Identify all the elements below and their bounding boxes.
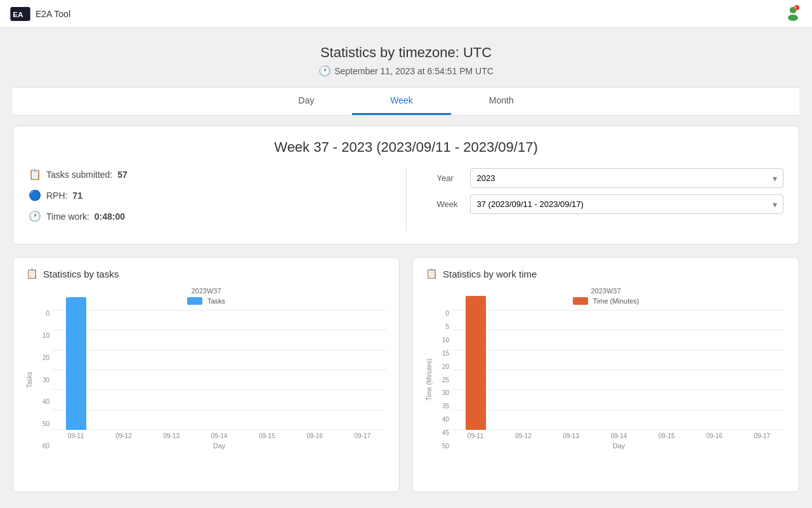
rph-label: RPH: 71 [46,190,82,201]
tab-day[interactable]: Day [260,88,352,115]
header-section: Statistics by timezone: UTC 🕐 September … [13,38,799,87]
worktime-bar [466,296,486,430]
clock-icon: 🕐 [318,65,331,77]
main-content: Statistics by timezone: UTC 🕐 September … [0,28,812,502]
tasks-chart-card: 📋 Statistics by tasks 2023W37 Tasks Task… [13,257,400,492]
tasks-period-label: 2023W37 [26,287,386,295]
tasks-x-label: 09-13 [148,432,195,439]
worktime-chart-card: 📋 Statistics by work time 2023W37 Time (… [412,257,799,492]
task-bar [66,297,86,430]
tasks-y-axis: 60 50 40 30 20 10 0 [34,310,52,450]
worktime-chart-title: 📋 Statistics by work time [426,268,786,279]
worktime-chart-container: 2023W37 Time (Minutes) Time (Minutes) 50… [426,287,786,484]
timework-label: Time work: 0:48:00 [46,211,125,222]
rph-icon: 🔵 [29,189,41,201]
week-title: Week 37 - 2023 (2023/09/11 - 2023/09/17) [29,139,783,156]
svg-text:!: ! [795,6,796,10]
worktime-chart-plot [452,310,786,430]
week-select[interactable]: 37 (2023/09/11 - 2023/09/17) [470,194,784,214]
subtitle-text: September 11, 2023 at 6:54:51 PM UTC [334,66,494,76]
tasks-chart-plot [52,310,386,430]
tab-bar: Day Week Month [13,87,799,116]
app-title: E2A Tool [36,9,70,19]
rph-row: 🔵 RPH: 71 [29,189,376,201]
subtitle: 🕐 September 11, 2023 at 6:54:51 PM UTC [13,65,799,77]
tasks-submitted-row: 📋 Tasks submitted: 57 [29,168,376,180]
stats-left: 📋 Tasks submitted: 57 🔵 RPH: 71 🕐 [29,168,391,231]
tasks-chart-icon: 📋 [26,268,38,279]
charts-row: 📋 Statistics by tasks 2023W37 Tasks Task… [13,257,799,492]
tasks-bars [52,310,386,430]
stats-card: Week 37 - 2023 (2023/09/11 - 2023/09/17)… [13,126,799,244]
worktime-bars [452,310,786,430]
tasks-icon: 📋 [29,168,41,180]
user-icon[interactable]: ! [784,4,802,22]
tab-month[interactable]: Month [451,88,552,115]
worktime-bar-group [452,296,499,430]
worktime-x-label: 09-15 [643,432,690,439]
worktime-x-label: 09-11 [452,432,499,439]
ea-logo: EA [10,7,30,21]
tasks-x-axis: 09-1109-1209-1309-1409-1509-1609-17 [52,432,386,439]
worktime-x-axis: 09-1109-1209-1309-1409-1509-1609-17 [452,432,786,439]
tasks-x-label: 09-11 [52,432,100,439]
svg-point-4 [788,15,798,21]
tasks-chart-axes: Tasks 60 50 40 30 20 10 0 [26,310,386,450]
tasks-legend-color [187,297,202,305]
tasks-x-title: Day [52,442,386,450]
worktime-chart-icon: 📋 [426,268,438,279]
stats-right: Year 2023 Week 37 (2023/09/11 - 2023/09/… [422,168,784,231]
task-bar-group [52,297,100,430]
timework-row: 🕐 Time work: 0:48:00 [29,210,376,222]
worktime-y-axis: 50 45 40 35 30 25 20 15 10 5 0 [434,310,452,450]
logo-area: EA E2A Tool [10,7,70,21]
worktime-chart-axes: Time (Minutes) 50 45 40 35 30 25 20 15 1… [426,310,786,450]
worktime-x-label: 09-14 [595,432,643,439]
tasks-x-label: 09-12 [100,432,147,439]
top-bar: EA E2A Tool ! [0,0,812,28]
user-area[interactable]: ! [784,4,802,23]
tasks-chart-title: 📋 Statistics by tasks [26,268,386,279]
tasks-x-label: 09-15 [243,432,291,439]
worktime-legend-color [573,297,588,305]
tasks-chart-plot-area: 09-1109-1209-1309-1409-1509-1609-17 Day [52,310,386,450]
worktime-x-label: 09-13 [547,432,595,439]
year-select-wrapper[interactable]: 2023 [470,168,784,188]
stat-divider [406,168,407,231]
year-select[interactable]: 2023 [470,168,784,188]
worktime-x-label: 09-17 [738,432,786,439]
week-label: Week [437,199,462,209]
tasks-x-label: 09-17 [339,432,386,439]
worktime-chart-plot-area: 09-1109-1209-1309-1409-1509-1609-17 Day [452,310,786,450]
week-select-wrapper[interactable]: 37 (2023/09/11 - 2023/09/17) [470,194,784,214]
tasks-x-label: 09-14 [195,432,243,439]
year-label: Year [437,173,462,183]
tasks-y-label: Tasks [26,310,33,450]
page-title: Statistics by timezone: UTC [13,44,799,61]
worktime-x-label: 09-16 [690,432,738,439]
svg-text:EA: EA [13,10,23,18]
tasks-chart-container: 2023W37 Tasks Tasks 60 50 40 30 20 10 0 [26,287,386,484]
week-row: Week 37 (2023/09/11 - 2023/09/17) [437,194,784,214]
tasks-legend-label: Tasks [207,297,225,305]
tasks-label: Tasks submitted: 57 [46,170,128,180]
worktime-period-label: 2023W37 [426,287,786,295]
worktime-x-title: Day [452,442,786,450]
tab-week[interactable]: Week [352,88,451,115]
stats-body: 📋 Tasks submitted: 57 🔵 RPH: 71 🕐 [29,168,783,231]
timework-icon: 🕐 [29,210,41,222]
tasks-x-label: 09-16 [291,432,338,439]
year-row: Year 2023 [437,168,784,188]
worktime-legend-label: Time (Minutes) [593,297,639,305]
worktime-y-label: Time (Minutes) [426,310,433,450]
worktime-x-label: 09-12 [499,432,547,439]
